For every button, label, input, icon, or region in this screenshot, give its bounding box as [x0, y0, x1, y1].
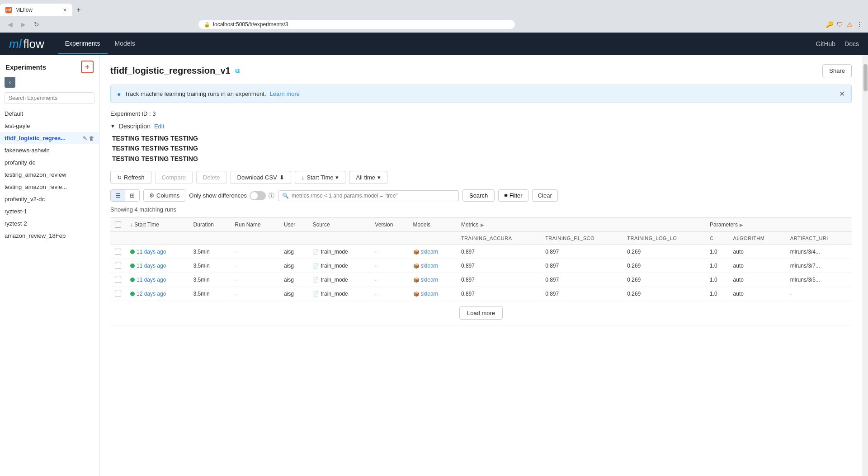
delete-icon[interactable]: 🗑 — [89, 233, 94, 239]
sidebar-item-tfidf[interactable]: tfidf_logistic_regres... ✎ 🗑 — [0, 132, 99, 144]
description-header[interactable]: ▼ Description Edit — [110, 123, 852, 130]
info-close-icon[interactable]: ✕ — [839, 90, 845, 98]
col-header-C[interactable]: C — [705, 232, 729, 245]
url-bar[interactable]: 🔒 localhost:5005/#/experiments/3 — [198, 20, 515, 29]
sidebar-item-ryztest2[interactable]: ryztest-2 ✎ 🗑 — [0, 217, 99, 230]
delete-icon[interactable]: 🗑 — [89, 123, 94, 129]
share-button[interactable]: Share — [822, 64, 852, 77]
menu-icon[interactable]: ⋮ — [856, 21, 863, 28]
edit-icon[interactable]: ✎ — [83, 111, 87, 117]
delete-icon[interactable]: 🗑 — [89, 147, 94, 154]
all-time-dropdown[interactable]: All time ▾ — [349, 171, 387, 184]
sidebar-item-testing-amazon2[interactable]: testing_amazon_revie... ✎ 🗑 — [0, 181, 99, 193]
col-header-training-f1[interactable]: training_f1_sco — [541, 232, 623, 245]
scrollbar-thumb[interactable] — [863, 64, 868, 91]
tab-close-icon[interactable]: ✕ — [63, 7, 67, 13]
search-button[interactable]: Search — [462, 189, 495, 202]
sidebar-item-testing-amazon[interactable]: testing_amazon_review ✎ 🗑 — [0, 169, 99, 181]
run-link[interactable]: 11 days ago — [137, 277, 166, 283]
model-link[interactable]: 📦 sklearn — [413, 277, 452, 283]
delete-icon[interactable]: 🗑 — [89, 172, 94, 178]
col-header-artifact-uri[interactable]: artifact_uri — [786, 232, 852, 245]
sidebar-item-ryztest1[interactable]: ryztest-1 ✎ 🗑 — [0, 205, 99, 217]
list-view-button[interactable]: ☰ — [111, 190, 125, 201]
row-checkbox[interactable] — [115, 263, 121, 269]
sidebar-item-profanity-dc[interactable]: profanity-dc ✎ 🗑 — [0, 156, 99, 169]
model-link[interactable]: 📦 sklearn — [413, 249, 452, 255]
edit-icon[interactable]: ✎ — [83, 147, 87, 154]
compare-button[interactable]: Compare — [155, 171, 193, 184]
params-expand-icon[interactable]: ▶ — [740, 222, 743, 227]
delete-icon[interactable]: 🗑 — [89, 160, 94, 166]
sidebar-item-default[interactable]: Default ✎ 🗑 — [0, 108, 99, 120]
new-tab-button[interactable]: + — [72, 4, 85, 16]
edit-icon[interactable]: ✎ — [83, 123, 87, 129]
edit-icon[interactable]: ✎ — [83, 196, 87, 203]
status-dot — [130, 264, 135, 268]
edit-icon[interactable]: ✎ — [83, 184, 87, 190]
info-circle-icon[interactable]: ⓘ — [269, 192, 274, 200]
sidebar-item-profanity-v2[interactable]: profanity_v2-dc ✎ 🗑 — [0, 193, 99, 205]
model-link[interactable]: 📦 sklearn — [413, 263, 452, 269]
edit-icon[interactable]: ✎ — [83, 172, 87, 178]
col-header-algorithm[interactable]: algorithm — [729, 232, 786, 245]
only-show-diff-label: Only show differences — [189, 192, 247, 199]
columns-button[interactable]: ⚙ Columns — [143, 189, 185, 202]
add-experiment-button[interactable]: + — [81, 61, 94, 73]
row-checkbox[interactable] — [115, 291, 121, 297]
search-experiments-input[interactable] — [5, 92, 94, 104]
github-link[interactable]: GitHub — [816, 40, 836, 47]
right-scrollbar[interactable] — [863, 55, 868, 476]
edit-icon[interactable]: ✎ — [83, 208, 87, 215]
sidebar-collapse-button[interactable]: ‹ — [5, 77, 15, 88]
row-start-time: 11 days ago — [126, 245, 189, 259]
col-header-training-accuracy[interactable]: training_accura — [457, 232, 541, 245]
delete-icon[interactable]: 🗑 — [89, 208, 94, 215]
model-link[interactable]: 📦 sklearn — [413, 291, 452, 297]
run-link[interactable]: 11 days ago — [137, 263, 166, 269]
start-time-dropdown[interactable]: ↓ Start Time ▾ — [295, 171, 346, 184]
delete-icon[interactable]: 🗑 — [89, 135, 94, 141]
col-header-training-log[interactable]: training_log_lo — [623, 232, 705, 245]
row-checkbox[interactable] — [115, 249, 121, 255]
sidebar-item-test-gayle[interactable]: test-gayle ✎ 🗑 — [0, 120, 99, 132]
sidebar-item-fakenews[interactable]: fakenews-ashwin ✎ 🗑 — [0, 144, 99, 156]
forward-button[interactable]: ▶ — [19, 20, 28, 29]
download-csv-button[interactable]: Download CSV ⬇ — [231, 171, 291, 184]
back-button[interactable]: ◀ — [5, 20, 15, 29]
edit-icon[interactable]: ✎ — [83, 233, 87, 239]
delete-button[interactable]: Delete — [196, 171, 227, 184]
edit-icon[interactable]: ✎ — [83, 160, 87, 166]
filter-button[interactable]: ≡ Filter — [498, 189, 528, 202]
learn-more-link[interactable]: Learn more — [270, 90, 300, 97]
delete-icon[interactable]: 🗑 — [89, 221, 94, 227]
refresh-button[interactable]: ↻ — [32, 20, 42, 29]
clear-button[interactable]: Clear — [532, 189, 558, 202]
run-link[interactable]: 12 days ago — [137, 291, 166, 297]
edit-icon[interactable]: ✎ — [83, 221, 87, 227]
browser-tab[interactable]: ml MLflow ✕ — [0, 4, 72, 16]
copy-icon[interactable]: ⧉ — [235, 67, 240, 75]
delete-icon[interactable]: 🗑 — [89, 184, 94, 190]
col-header-start-time[interactable]: ↓ Start Time — [126, 218, 189, 232]
diff-toggle-switch[interactable] — [250, 191, 266, 200]
nav-experiments[interactable]: Experiments — [58, 33, 108, 54]
description-edit-link[interactable]: Edit — [154, 123, 164, 130]
run-link[interactable]: 11 days ago — [137, 249, 166, 255]
experiment-id: Experiment ID : 3 — [110, 110, 852, 117]
row-duration: 3.5min — [189, 245, 231, 259]
select-all-checkbox[interactable] — [115, 222, 121, 228]
edit-icon[interactable]: ✎ — [83, 135, 87, 141]
filter-input[interactable] — [292, 193, 455, 199]
refresh-button[interactable]: ↻ Refresh — [110, 171, 151, 184]
docs-link[interactable]: Docs — [844, 40, 859, 47]
delete-icon[interactable]: 🗑 — [89, 196, 94, 203]
metrics-expand-icon[interactable]: ▶ — [481, 222, 484, 227]
load-more-button[interactable]: Load more — [459, 306, 503, 320]
sidebar-item-amazon-review[interactable]: amazon_review_18Feb ✎ 🗑 — [0, 230, 99, 242]
grid-view-button[interactable]: ⊞ — [125, 190, 139, 201]
download-icon: ⬇ — [279, 174, 284, 181]
row-checkbox[interactable] — [115, 277, 121, 283]
delete-icon[interactable]: 🗑 — [89, 111, 94, 117]
nav-models[interactable]: Models — [108, 33, 142, 54]
